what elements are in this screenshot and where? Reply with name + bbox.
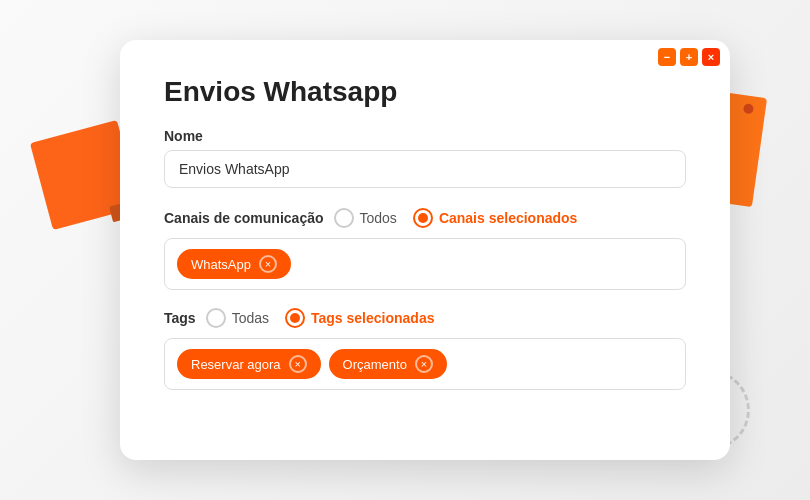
name-input[interactable] <box>164 150 686 188</box>
channels-selected-option[interactable]: Canais selecionados <box>413 208 578 228</box>
channels-selected-radio[interactable] <box>413 208 433 228</box>
orcamento-tag: Orçamento × <box>329 349 447 379</box>
whatsapp-tag-close[interactable]: × <box>259 255 277 273</box>
orcamento-tag-label: Orçamento <box>343 357 407 372</box>
channels-row: Canais de comunicação Todos Canais selec… <box>164 208 686 228</box>
whatsapp-tag: WhatsApp × <box>177 249 291 279</box>
page-title: Envios Whatsapp <box>164 76 686 108</box>
channels-all-label: Todos <box>360 210 397 226</box>
reservar-tag: Reservar agora × <box>177 349 321 379</box>
tags-row: Tags Todas Tags selecionadas <box>164 308 686 328</box>
tags-section: Tags Todas Tags selecionadas <box>164 308 686 390</box>
titlebar: − + × <box>648 40 730 74</box>
tags-all-label: Todas <box>232 310 269 326</box>
form-content: Envios Whatsapp Nome Canais de comunicaç… <box>120 40 730 438</box>
tags-selected-radio[interactable] <box>285 308 305 328</box>
tags-tags-container: Reservar agora × Orçamento × <box>164 338 686 390</box>
tags-selected-option[interactable]: Tags selecionadas <box>285 308 434 328</box>
name-label: Nome <box>164 128 686 144</box>
channels-all-radio[interactable] <box>334 208 354 228</box>
close-button[interactable]: × <box>702 48 720 66</box>
reservar-tag-label: Reservar agora <box>191 357 281 372</box>
app-window: − + × Envios Whatsapp Nome Canais de com… <box>120 40 730 460</box>
orcamento-tag-close[interactable]: × <box>415 355 433 373</box>
maximize-button[interactable]: + <box>680 48 698 66</box>
channels-all-option[interactable]: Todos <box>334 208 397 228</box>
reservar-tag-close[interactable]: × <box>289 355 307 373</box>
tags-all-option[interactable]: Todas <box>206 308 269 328</box>
channels-tags-container: WhatsApp × <box>164 238 686 290</box>
whatsapp-tag-label: WhatsApp <box>191 257 251 272</box>
tags-all-radio[interactable] <box>206 308 226 328</box>
background: − + × Envios Whatsapp Nome Canais de com… <box>0 0 810 500</box>
tags-label: Tags <box>164 310 196 326</box>
channels-selected-label: Canais selecionados <box>439 210 578 226</box>
tags-radio-group: Todas Tags selecionadas <box>206 308 435 328</box>
channels-radio-group: Todos Canais selecionados <box>334 208 578 228</box>
minimize-button[interactable]: − <box>658 48 676 66</box>
channels-label: Canais de comunicação <box>164 210 324 226</box>
tags-selected-label: Tags selecionadas <box>311 310 434 326</box>
